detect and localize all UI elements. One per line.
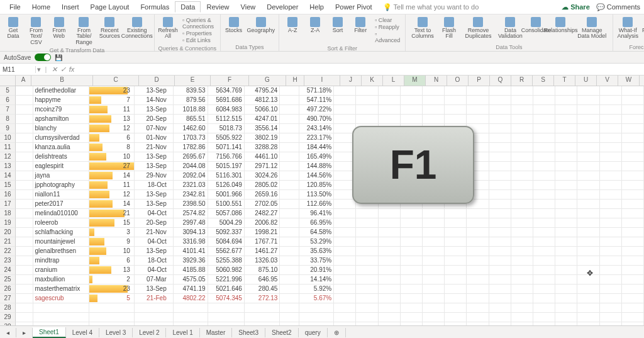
cell-E12[interactable]: 2695.67: [174, 152, 208, 162]
cell-L19[interactable]: [379, 218, 401, 228]
row-header-30[interactable]: 30: [0, 322, 16, 325]
cell-W16[interactable]: [622, 190, 644, 200]
cell-U6[interactable]: [577, 96, 599, 105]
cell-C7[interactable]: 11: [89, 105, 135, 115]
cell-R28[interactable]: [511, 303, 533, 313]
cell-N18[interactable]: [423, 209, 445, 218]
cell-I23[interactable]: 33.75%: [299, 256, 334, 266]
cell-W15[interactable]: [622, 181, 644, 190]
row-header-19[interactable]: 19: [0, 218, 16, 228]
cell-W23[interactable]: [622, 256, 644, 266]
cell-V5[interactable]: [600, 86, 622, 96]
cell-D25[interactable]: 07-Mar: [135, 275, 174, 284]
cell-F12[interactable]: 7156.766: [208, 152, 245, 162]
cell-C27[interactable]: 5: [89, 294, 135, 303]
cell-R16[interactable]: [511, 190, 533, 200]
cell-C21[interactable]: 9: [89, 237, 135, 247]
cell-F6[interactable]: 5691.686: [208, 96, 245, 105]
col-header-H[interactable]: H: [286, 76, 304, 86]
cell-V25[interactable]: [600, 275, 622, 284]
cell-S27[interactable]: [533, 294, 555, 303]
col-header-P[interactable]: P: [469, 76, 490, 86]
cell-V24[interactable]: [600, 266, 622, 275]
cell-J29[interactable]: [334, 313, 356, 322]
cell-Q12[interactable]: [489, 152, 511, 162]
cell-J21[interactable]: [334, 237, 356, 247]
cell-E9[interactable]: 1462.60: [174, 124, 208, 133]
cell-C22[interactable]: 10: [89, 247, 135, 256]
cell-D22[interactable]: 13-Sep: [135, 247, 174, 256]
menu-tab-data[interactable]: Data: [175, 1, 201, 13]
menu-tab-help[interactable]: Help: [304, 1, 330, 13]
col-header-W[interactable]: W: [618, 76, 640, 86]
cell-K18[interactable]: [356, 209, 378, 218]
cell-G27[interactable]: 272.13: [245, 294, 280, 303]
cell-E21[interactable]: 3316.98: [174, 237, 208, 247]
cell-W14[interactable]: [622, 171, 644, 181]
cell-P21[interactable]: [467, 237, 489, 247]
ribbon-refresh-all[interactable]: Refresh All: [157, 16, 179, 45]
cell-V19[interactable]: [600, 218, 622, 228]
ribbon-sort[interactable]: Sort: [327, 16, 348, 45]
cell-Q13[interactable]: [489, 162, 511, 171]
cell-L29[interactable]: [379, 313, 401, 322]
cell-C19[interactable]: 15: [89, 218, 135, 228]
cell-V20[interactable]: [600, 228, 622, 237]
cell-E25[interactable]: 4575.05: [174, 275, 208, 284]
menu-tab-home[interactable]: Home: [26, 1, 56, 13]
cell-W7[interactable]: [622, 105, 644, 115]
cell-J19[interactable]: [334, 218, 356, 228]
cell-F14[interactable]: 5116.301: [208, 171, 245, 181]
cell-I21[interactable]: 53.29%: [299, 237, 334, 247]
cell-P24[interactable]: [467, 266, 489, 275]
cell-P25[interactable]: [467, 275, 489, 284]
cell-V21[interactable]: [600, 237, 622, 247]
ribbon-existing-connections[interactable]: Existing Connections: [123, 16, 152, 47]
cell-C8[interactable]: 13: [89, 115, 135, 124]
cell-D8[interactable]: 20-Sep: [135, 115, 174, 124]
cell-N22[interactable]: [423, 247, 445, 256]
cell-N5[interactable]: [423, 86, 445, 96]
cell-H6[interactable]: [280, 96, 299, 105]
cell-I18[interactable]: 96.41%: [299, 209, 334, 218]
cell-R19[interactable]: [511, 218, 533, 228]
cell-U29[interactable]: [577, 313, 599, 322]
ribbon-recent-sources[interactable]: Recent Sources: [98, 16, 121, 47]
col-header-L[interactable]: L: [383, 76, 404, 86]
cell-K23[interactable]: [356, 256, 378, 266]
row-header-18[interactable]: 18: [0, 209, 16, 218]
cell-Q15[interactable]: [489, 181, 511, 190]
cell-S15[interactable]: [533, 181, 555, 190]
cell-W30[interactable]: [622, 322, 644, 325]
cell-T21[interactable]: [555, 237, 577, 247]
cell-K21[interactable]: [356, 237, 378, 247]
cell-S19[interactable]: [533, 218, 555, 228]
tell-me[interactable]: 💡 Tell me what you want to do: [383, 3, 479, 11]
cell-O19[interactable]: [445, 218, 467, 228]
spreadsheet-grid[interactable]: ABCDEFGHIJKLMNOPQRSTUVW 5definethedollar…: [0, 76, 644, 325]
cell-A25[interactable]: [16, 275, 33, 284]
cell-D23[interactable]: 18-Oct: [135, 256, 174, 266]
cell-B20[interactable]: schlafhacking: [33, 228, 90, 237]
cell-N24[interactable]: [423, 266, 445, 275]
cell-E22[interactable]: 4101.41: [174, 247, 208, 256]
sheet-tab-level-2[interactable]: Level 2: [133, 328, 166, 337]
cell-A15[interactable]: [16, 181, 33, 190]
sheet-tab-sheet3[interactable]: Sheet3: [232, 328, 265, 337]
cell-R18[interactable]: [511, 209, 533, 218]
cell-R29[interactable]: [511, 313, 533, 322]
cell-M27[interactable]: [401, 294, 423, 303]
cell-W25[interactable]: [622, 275, 644, 284]
cell-I9[interactable]: 243.14%: [299, 124, 334, 133]
cell-M20[interactable]: [401, 228, 423, 237]
cell-O24[interactable]: [445, 266, 467, 275]
cell-S17[interactable]: [533, 200, 555, 209]
cell-S26[interactable]: [533, 284, 555, 294]
cell-O22[interactable]: [445, 247, 467, 256]
col-header-T[interactable]: T: [554, 76, 575, 86]
cell-I24[interactable]: 20.91%: [299, 266, 334, 275]
cell-R6[interactable]: [511, 96, 533, 105]
cell-I16[interactable]: 113.50%: [299, 190, 334, 200]
row-header-8[interactable]: 8: [0, 115, 16, 124]
cell-O6[interactable]: [445, 96, 467, 105]
